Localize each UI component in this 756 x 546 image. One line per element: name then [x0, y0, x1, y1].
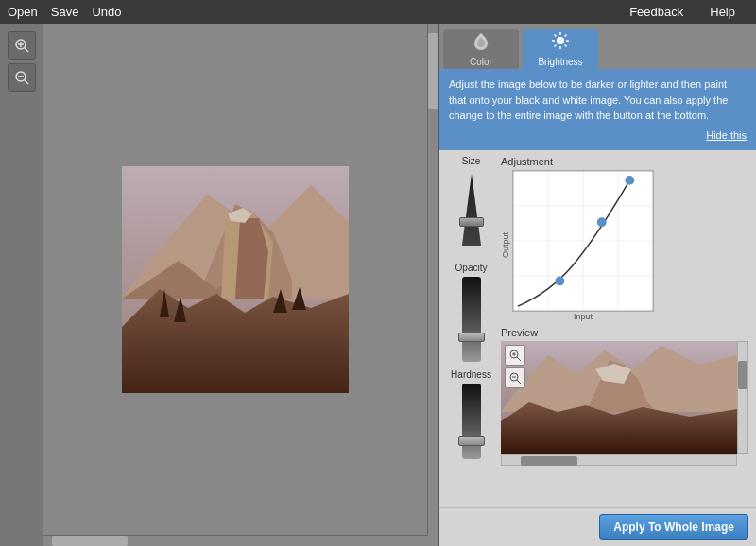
svg-line-52 [517, 380, 521, 384]
preview-horizontal-scrollbar[interactable] [501, 454, 737, 466]
canvas-vertical-scrollbar[interactable] [427, 24, 438, 535]
brightness-icon [551, 31, 570, 54]
info-text: Adjust the image below to be darker or l… [449, 77, 747, 124]
canvas-area [0, 24, 439, 546]
color-icon [472, 31, 490, 54]
menu-help[interactable]: Help [710, 5, 735, 19]
controls-row: Size Opacity [439, 150, 756, 507]
preview-zoom-in-button[interactable] [505, 345, 525, 366]
opacity-slider[interactable] [462, 277, 481, 362]
curve-box[interactable] [512, 170, 654, 312]
adjustment-label: Adjustment [501, 156, 748, 167]
svg-line-5 [25, 80, 28, 84]
svg-line-27 [565, 35, 567, 37]
tab-brightness[interactable]: Brightness [523, 29, 598, 69]
svg-line-1 [25, 48, 28, 52]
output-axis-label: Output [501, 232, 510, 258]
preview-zoom-out-button[interactable] [505, 367, 525, 388]
svg-line-25 [555, 35, 557, 37]
preview-wrapper [501, 341, 748, 466]
size-label: Size [462, 156, 480, 166]
sliders-section: Size Opacity [447, 156, 495, 502]
tabs-container: Color Brightness [439, 24, 756, 69]
canvas-image-area[interactable] [43, 24, 427, 535]
preview-zoom-buttons [505, 345, 525, 388]
preview-section: Preview [501, 327, 748, 466]
left-toolbar [0, 24, 43, 546]
size-slider-container: Size [447, 156, 495, 255]
svg-line-48 [517, 357, 521, 361]
curve-section: Adjustment Output [501, 156, 748, 502]
svg-point-39 [597, 217, 607, 227]
tab-color[interactable]: Color [443, 29, 519, 69]
zoom-out-button[interactable] [8, 63, 36, 92]
hardness-slider[interactable] [462, 384, 481, 459]
right-panel: Color Brightness [439, 24, 756, 546]
hardness-slider-container: Hardness [447, 369, 495, 459]
main-image [122, 166, 349, 393]
apply-to-whole-image-button[interactable]: Apply To Whole Image [599, 514, 748, 540]
curve-wrapper: Output [501, 170, 748, 321]
info-box: Adjust the image below to be darker or l… [439, 69, 756, 150]
tab-brightness-label: Brightness [538, 57, 582, 67]
tab-color-label: Color [470, 57, 492, 67]
svg-point-20 [557, 37, 564, 44]
apply-button-area: Apply To Whole Image [439, 507, 756, 546]
menu-save[interactable]: Save [51, 5, 79, 19]
zoom-in-button[interactable] [8, 31, 36, 60]
svg-rect-46 [501, 341, 737, 454]
menu-open[interactable]: Open [8, 5, 38, 19]
svg-rect-19 [122, 166, 349, 393]
preview-image-area [501, 341, 737, 454]
size-slider[interactable] [460, 170, 483, 255]
menu-feedback[interactable]: Feedback [629, 5, 683, 19]
preview-label: Preview [501, 327, 748, 338]
input-axis-label: Input [512, 312, 654, 321]
menu-undo[interactable]: Undo [92, 5, 121, 19]
svg-point-38 [625, 176, 634, 185]
preview-vertical-scrollbar[interactable] [737, 341, 748, 454]
preview-image [501, 341, 737, 454]
right-content: Size Opacity [439, 150, 756, 546]
hardness-label: Hardness [451, 369, 491, 380]
canvas-horizontal-scrollbar[interactable] [43, 535, 427, 546]
main-layout: Color Brightness [0, 24, 756, 546]
svg-point-40 [555, 276, 564, 285]
opacity-label: Opacity [455, 263, 488, 273]
opacity-slider-container: Opacity [447, 263, 495, 362]
svg-marker-30 [462, 174, 481, 246]
svg-line-26 [565, 45, 567, 47]
svg-line-28 [555, 45, 557, 47]
menu-bar: Open Save Undo Feedback Help [0, 0, 756, 24]
hide-link[interactable]: Hide this [449, 128, 747, 144]
